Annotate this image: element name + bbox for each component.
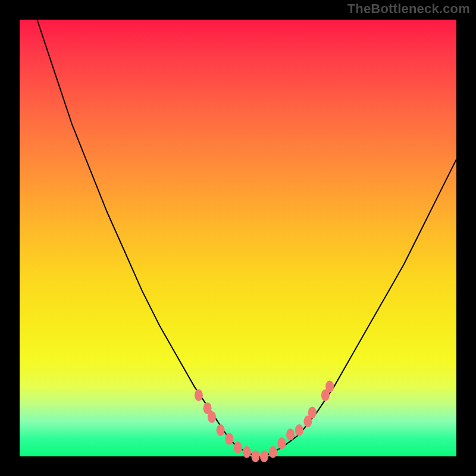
watermark-text: TheBottleneck.com	[347, 1, 470, 17]
bottleneck-curve	[37, 20, 456, 456]
curve-marker	[217, 424, 225, 436]
curve-marker	[251, 450, 259, 462]
curve-marker	[277, 437, 286, 449]
curve-marker	[243, 446, 251, 458]
curve-marker	[325, 381, 334, 393]
curve-marker	[195, 389, 203, 401]
chart-svg	[20, 20, 456, 456]
curve-marker	[260, 450, 268, 462]
chart-frame: TheBottleneck.com	[0, 0, 476, 476]
curve-marker	[295, 424, 303, 436]
curve-marker	[308, 407, 317, 419]
curve-marker	[208, 411, 216, 423]
marker-group	[195, 381, 334, 462]
curve-marker	[234, 441, 242, 453]
curve-marker	[269, 446, 277, 458]
curve-marker	[225, 433, 233, 445]
curve-marker	[286, 428, 295, 440]
